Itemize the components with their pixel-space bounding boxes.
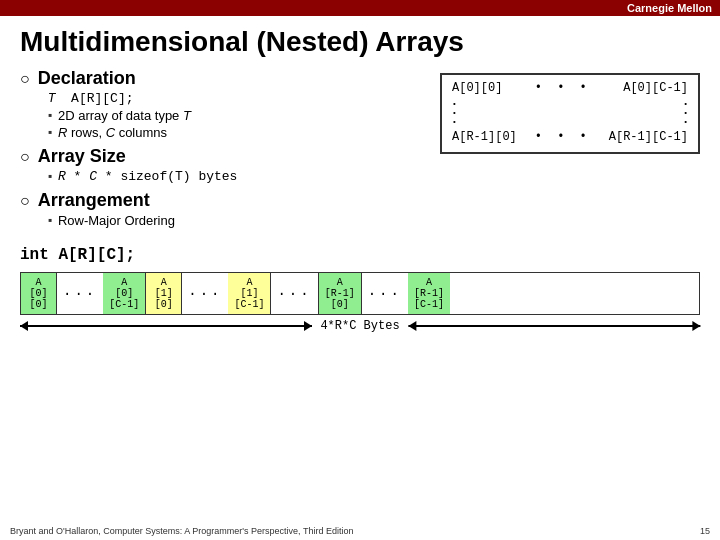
memory-row: A[0][0] ··· A[0][C-1] A[1][0] ··· A[1][C… [20,272,700,315]
footer-page: 15 [700,526,710,536]
mem-cell-ar1c1: A[R-1][C-1] [408,273,450,314]
vdot2: • [452,108,457,117]
declaration-sub1: ▪ 2D array of data type T [48,108,420,123]
vdot4: • [683,99,688,108]
array-diagram: A[0][0] • • • A[0][C-1] • • • • • • A[R-… [440,73,700,154]
mem-cell-a10: A[1][0] [146,273,182,314]
array-size-title: Array Size [38,146,420,167]
array-size-section: ○ Array Size ▪ R * C * sizeof(T) bytes [20,146,420,186]
bytes-arrow [20,325,312,327]
diag-top-left: A[0][0] [452,81,502,95]
diag-bottom-right: A[R-1][C-1] [609,130,688,144]
diag-top-right: A[0][C-1] [623,81,688,95]
brand-label: Carnegie Mellon [627,2,712,14]
arrangement-sub1: ▪ Row-Major Ordering [48,213,420,228]
arrangement-title: Arrangement [38,190,420,211]
mem-cell-a1c1: A[1][C-1] [228,273,271,314]
bytes-label: 4*R*C Bytes [320,319,399,333]
int-declaration: int A[R][C]; [20,246,700,264]
vdot3: • [452,117,457,126]
mem-cell-dots4: ··· [362,273,408,314]
declaration-title: Declaration [38,68,420,89]
header-bar: Carnegie Mellon [0,0,720,16]
mem-cell-a0c1: A[0][C-1] [103,273,146,314]
declaration-section: ○ Declaration T A[R][C]; ▪ 2D array of d… [20,68,420,142]
footer: Bryant and O'Hallaron, Computer Systems:… [0,526,720,536]
arrangement-section: ○ Arrangement ▪ Row-Major Ordering [20,190,420,230]
diag-bottom-left: A[R-1][0] [452,130,517,144]
footer-left: Bryant and O'Hallaron, Computer Systems:… [10,526,353,536]
bytes-arrow-right [408,325,700,327]
mem-cell-dots2: ··· [182,273,228,314]
mem-cell-a00: A[0][0] [21,273,57,314]
diag-bottom-dots: • • • [535,130,591,144]
array-size-sub1: ▪ R * C * sizeof(T) bytes [48,169,420,184]
mem-cell-ar10: A[R-1][0] [319,273,362,314]
mem-cell-dots3: ··· [271,273,318,314]
declaration-sub2: ▪ R rows, C columns [48,125,420,140]
diag-top-dots: • • • [535,81,591,95]
declaration-code: T A[R][C]; [48,91,420,106]
bullet-array-size: ○ [20,148,30,166]
vdot6: • [683,117,688,126]
bytes-row: 4*R*C Bytes [20,319,700,333]
vdot5: • [683,108,688,117]
page-title: Multidimensional (Nested) Arrays [20,26,700,58]
vdot1: • [452,99,457,108]
bullet-declaration: ○ [20,70,30,88]
mem-cell-dots1: ··· [57,273,103,314]
bullet-arrangement: ○ [20,192,30,210]
